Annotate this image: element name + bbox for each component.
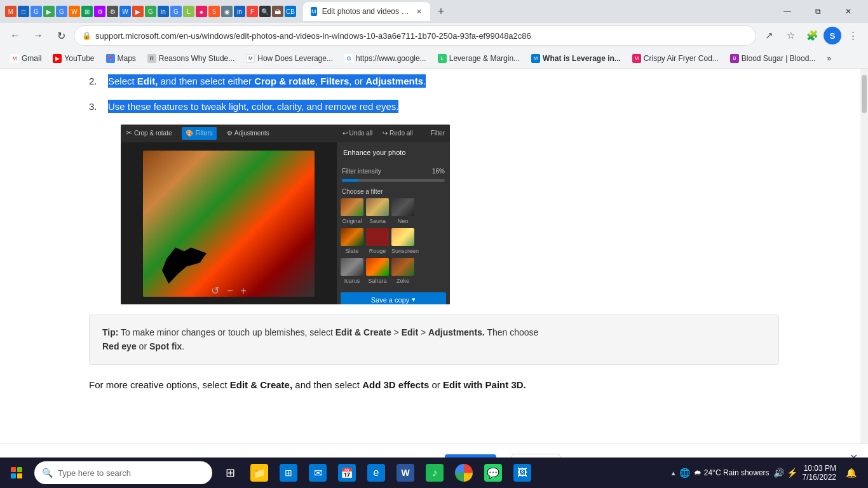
- share-button[interactable]: ↗: [759, 25, 779, 46]
- intensity-bar[interactable]: [342, 179, 445, 182]
- titlebar-icon-14[interactable]: G: [170, 6, 182, 17]
- refresh-button[interactable]: ↻: [51, 25, 71, 46]
- filter-row-1: Original Sauna Neo: [337, 198, 450, 228]
- titlebar-icon-23[interactable]: CB: [285, 6, 296, 17]
- bookmark-how-leverage[interactable]: M How Does Leverage...: [241, 51, 338, 65]
- save-btn-area: Save a copy ▾: [337, 288, 450, 304]
- bookmark-crispy[interactable]: M Crispy Air Fryer Cod...: [627, 51, 724, 65]
- taskbar-edge[interactable]: e: [362, 459, 390, 487]
- restore-button[interactable]: ⧉: [803, 0, 832, 23]
- bookmark-star-button[interactable]: ☆: [780, 25, 801, 46]
- close-window-button[interactable]: ✕: [834, 0, 863, 23]
- task-view-button[interactable]: ⊞: [216, 459, 244, 487]
- titlebar-icon-10[interactable]: W: [119, 6, 131, 17]
- step-2-highlighted: Select Edit, and then select either Crop…: [108, 74, 426, 88]
- bookmark-maps[interactable]: 📍 Maps: [101, 51, 141, 65]
- taskbar-store[interactable]: ⊞: [275, 459, 302, 487]
- filter-rouge[interactable]: Rouge: [366, 228, 389, 255]
- page-scrollbar[interactable]: [860, 69, 868, 488]
- active-tab[interactable]: M Edit photos and videos in Windows 10 ✕: [303, 2, 430, 21]
- forward-button[interactable]: →: [28, 25, 48, 46]
- filter-original[interactable]: Original: [341, 198, 363, 226]
- titlebar-icon-9[interactable]: ⚙: [107, 6, 118, 17]
- titlebar-icon-11[interactable]: ▶: [132, 6, 144, 17]
- minimize-button[interactable]: —: [773, 0, 802, 23]
- bookmark-leverage-margin[interactable]: L Leverage & Margin...: [433, 51, 525, 65]
- weather-icon: 🌧: [694, 468, 702, 477]
- navigation-toolbar: ← → ↻ 🔒 support.microsoft.com/en-us/wind…: [0, 23, 868, 48]
- taskbar: 🔍 Type here to search ⊞ 📁 ⊞ ✉ 📅 e W ♪: [0, 458, 868, 488]
- taskbar-mail[interactable]: ✉: [304, 459, 332, 487]
- bookmark-reasons[interactable]: R Reasons Why Stude...: [142, 51, 240, 65]
- rotate-icon[interactable]: ↺: [211, 283, 219, 299]
- battery-icon[interactable]: ⚡: [787, 468, 797, 478]
- titlebar-icon-18[interactable]: ◉: [221, 6, 233, 17]
- bookmark-what-is-leverage[interactable]: M What is Leverage in...: [526, 51, 626, 65]
- clock-time: 10:03 PM: [803, 464, 836, 473]
- titlebar-icon-16[interactable]: ♠: [196, 6, 207, 17]
- titlebar-icon-6[interactable]: W: [69, 6, 80, 17]
- save-copy-button[interactable]: Save a copy ▾: [341, 292, 446, 304]
- leverage1-favicon: M: [246, 54, 255, 63]
- clock-widget[interactable]: 10:03 PM 7/16/2022: [800, 464, 839, 482]
- weather-widget[interactable]: 🌧 24°C Rain showers: [694, 468, 770, 477]
- zoom-in-icon[interactable]: +: [241, 283, 247, 299]
- tip-box: Tip: To make minor changes or touch up b…: [89, 315, 779, 365]
- article-content: 2. Select Edit, and then select either C…: [89, 74, 779, 393]
- back-button[interactable]: ←: [5, 25, 25, 46]
- new-tab-button[interactable]: +: [432, 3, 450, 20]
- volume-icon[interactable]: 🔊: [773, 468, 784, 478]
- scrollbar-thumb[interactable]: [862, 75, 867, 113]
- titlebar-icon-5[interactable]: G: [56, 6, 67, 17]
- titlebar-icon-13[interactable]: in: [158, 6, 169, 17]
- filter-zeke[interactable]: Zeke: [391, 258, 414, 285]
- filter-icarus[interactable]: Icarus: [341, 258, 363, 285]
- zoom-out-icon[interactable]: −: [227, 283, 233, 299]
- editor-screenshot: ✂ Crop & rotate 🎨 Filters ⚙ Adjustments …: [121, 125, 450, 304]
- network-icon[interactable]: 🌐: [679, 468, 690, 478]
- filter-sahara[interactable]: Sahara: [366, 258, 389, 285]
- titlebar-icon-22[interactable]: 🏔: [272, 6, 283, 17]
- filter-sunscreen[interactable]: Sunscreen: [391, 228, 419, 255]
- titlebar-icon-1[interactable]: M: [5, 6, 17, 17]
- titlebar-icon-3[interactable]: G: [31, 6, 42, 17]
- taskbar-photos[interactable]: 🖼: [508, 459, 536, 487]
- bookmark-blood-sugar[interactable]: B Blood Sugar | Blood...: [725, 51, 821, 65]
- titlebar-icon-19[interactable]: in: [234, 6, 245, 17]
- taskbar-search-box[interactable]: 🔍 Type here to search: [34, 461, 212, 484]
- taskbar-word[interactable]: W: [391, 459, 419, 487]
- titlebar-icon-20[interactable]: F: [247, 6, 258, 17]
- titlebar-icon-2[interactable]: □: [18, 6, 29, 17]
- titlebar-icon-12[interactable]: G: [145, 6, 156, 17]
- menu-button[interactable]: ⋮: [843, 25, 863, 46]
- taskbar-calendar[interactable]: 📅: [333, 459, 361, 487]
- taskbar-spotify[interactable]: ♪: [421, 459, 449, 487]
- titlebar-icon-4[interactable]: ▶: [43, 6, 55, 17]
- filter-slate[interactable]: Slate: [341, 228, 363, 255]
- show-hidden-tray[interactable]: ▲: [670, 470, 677, 477]
- blood-favicon: B: [730, 54, 739, 63]
- taskbar-whatsapp[interactable]: 💬: [479, 459, 507, 487]
- notification-button[interactable]: 🔔: [841, 459, 860, 487]
- word-icon: W: [397, 464, 414, 482]
- bookmark-more[interactable]: »: [822, 51, 836, 65]
- bookmark-google[interactable]: G https://www.google...: [339, 51, 431, 65]
- extensions-button[interactable]: 🧩: [802, 25, 822, 46]
- titlebar-icon-8[interactable]: ⚙: [94, 6, 105, 17]
- address-bar[interactable]: 🔒 support.microsoft.com/en-us/windows/ed…: [74, 25, 756, 46]
- filter-neo[interactable]: Neo: [391, 198, 414, 226]
- taskbar-file-explorer[interactable]: 📁: [245, 459, 273, 487]
- titlebar-icon-17[interactable]: 5: [208, 6, 220, 17]
- filter-sauna[interactable]: Sauna: [366, 198, 389, 226]
- tab-close-button[interactable]: ✕: [416, 6, 423, 17]
- start-button[interactable]: [3, 459, 31, 487]
- profile-button[interactable]: S: [824, 27, 841, 44]
- bookmark-gmail[interactable]: M Gmail: [5, 51, 46, 65]
- bookmark-youtube[interactable]: ▶ YouTube: [48, 51, 99, 65]
- taskbar-chrome[interactable]: [450, 459, 478, 487]
- titlebar-icon-7[interactable]: ⊞: [81, 6, 93, 17]
- titlebar-icon-21[interactable]: 🔍: [259, 6, 271, 17]
- titlebar-icon-15[interactable]: L: [183, 6, 194, 17]
- bookmark-what-is-leverage-label: What is Leverage in...: [543, 54, 621, 63]
- editor-photo-placeholder: [143, 151, 315, 297]
